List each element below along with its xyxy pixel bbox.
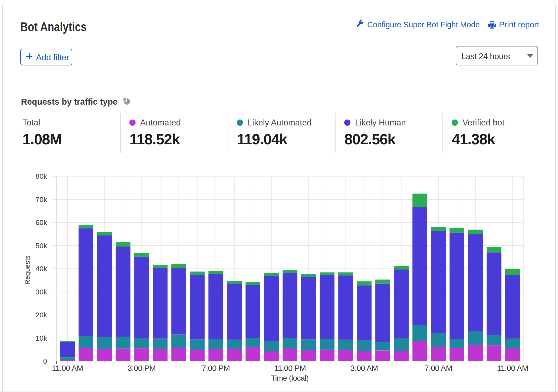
svg-text:10k: 10k <box>35 334 47 342</box>
svg-text:40k: 40k <box>35 265 47 273</box>
svg-text:7:00 PM: 7:00 PM <box>202 364 230 373</box>
svg-text:7:00 AM: 7:00 AM <box>425 364 452 373</box>
svg-text:11:00 AM: 11:00 AM <box>497 364 528 373</box>
svg-text:80k: 80k <box>35 172 47 180</box>
svg-text:3:00 AM: 3:00 AM <box>350 364 378 373</box>
svg-text:20k: 20k <box>35 311 47 319</box>
svg-text:Time (local): Time (local) <box>271 374 308 382</box>
svg-text:Requests: Requests <box>24 255 31 285</box>
svg-text:50k: 50k <box>35 242 47 250</box>
svg-text:30k: 30k <box>35 288 47 296</box>
svg-text:11:00 PM: 11:00 PM <box>274 364 306 373</box>
svg-text:0: 0 <box>43 357 47 365</box>
svg-text:3:00 PM: 3:00 PM <box>127 364 156 373</box>
svg-text:60k: 60k <box>35 218 47 227</box>
svg-text:70k: 70k <box>35 195 47 204</box>
svg-text:11:00 AM: 11:00 AM <box>52 364 83 373</box>
